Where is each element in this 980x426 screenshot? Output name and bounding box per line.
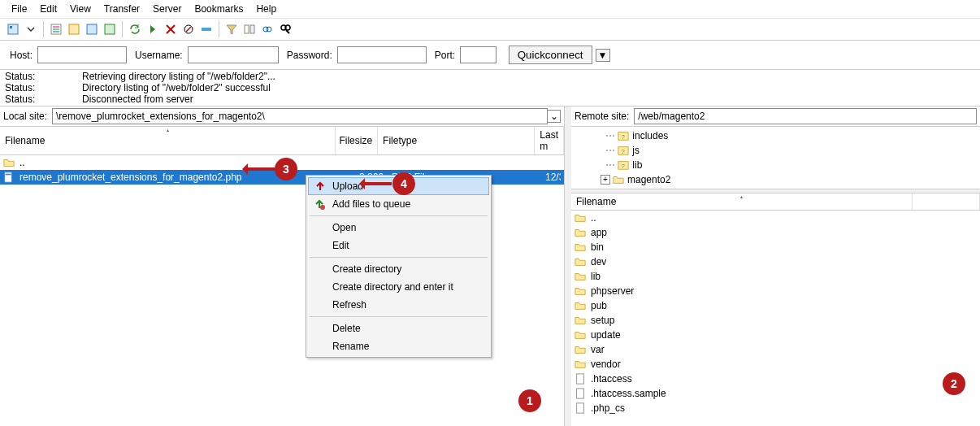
- menu-server[interactable]: Server: [146, 2, 188, 16]
- svg-rect-31: [577, 403, 584, 413]
- process-queue-icon[interactable]: [145, 21, 161, 37]
- username-input[interactable]: [188, 46, 279, 63]
- col-filesize[interactable]: Filesize: [336, 127, 378, 154]
- username-label: Username:: [135, 50, 183, 61]
- list-item[interactable]: phpserver: [571, 284, 980, 298]
- local-site-path[interactable]: \remove_plumrocket_extensions_for_magent…: [52, 108, 548, 124]
- status-text: Directory listing of "/web/folder2" succ…: [82, 82, 271, 93]
- remote-file-list[interactable]: ..appbindevlibphpserverpubsetupupdatevar…: [571, 211, 980, 415]
- tree-item[interactable]: +magento2: [576, 172, 975, 187]
- folder-icon: [575, 329, 586, 341]
- menu-transfer[interactable]: Transfer: [98, 2, 146, 16]
- svg-rect-14: [245, 25, 249, 33]
- tree-item[interactable]: ⋯ ?js: [576, 143, 975, 158]
- list-item[interactable]: setup: [571, 313, 980, 328]
- port-input[interactable]: [460, 46, 497, 63]
- vertical-splitter[interactable]: [565, 106, 571, 426]
- folder-icon: [575, 227, 586, 238]
- menu-bookmarks[interactable]: Bookmarks: [188, 2, 249, 16]
- compare-icon[interactable]: [241, 21, 258, 37]
- svg-rect-7: [87, 24, 97, 34]
- remote-site-label: Remote site:: [575, 111, 629, 122]
- folder-icon: [575, 300, 586, 311]
- ctx-refresh[interactable]: Refresh: [308, 296, 489, 314]
- svg-rect-6: [69, 24, 79, 34]
- quickconnect-history-dropdown[interactable]: ▼: [596, 49, 610, 62]
- reconnect-icon[interactable]: [198, 21, 215, 37]
- search-icon[interactable]: [277, 21, 293, 37]
- annotation-badge-3: 3: [275, 158, 297, 180]
- svg-text:?: ?: [622, 163, 626, 170]
- list-item[interactable]: .php_cs: [571, 401, 980, 415]
- tree-expander[interactable]: +: [601, 175, 610, 185]
- message-log[interactable]: Status:Retrieving directory listing of "…: [0, 70, 980, 106]
- refresh-icon[interactable]: [127, 21, 143, 37]
- col-lastmod[interactable]: Last m: [535, 127, 564, 154]
- status-label: Status:: [5, 71, 82, 82]
- sync-browse-icon[interactable]: [259, 21, 275, 37]
- upload-arrow-icon: [314, 180, 327, 193]
- sitemgr-icon[interactable]: [5, 21, 21, 37]
- host-label: Host:: [10, 50, 33, 61]
- ctx-edit[interactable]: Edit: [308, 237, 489, 254]
- svg-rect-15: [250, 25, 254, 33]
- ctx-add-to-queue[interactable]: Add files to queue: [308, 195, 489, 213]
- quickconnect-button[interactable]: Quickconnect: [509, 46, 592, 64]
- cancel-icon[interactable]: [163, 21, 179, 37]
- list-item[interactable]: bin: [571, 240, 980, 254]
- unknown-folder-icon: ?: [618, 159, 629, 171]
- list-item[interactable]: pub: [571, 298, 980, 313]
- host-input[interactable]: [37, 46, 127, 63]
- local-site-label: Local site:: [3, 111, 47, 122]
- list-item[interactable]: dev: [571, 254, 980, 269]
- password-label: Password:: [287, 50, 332, 61]
- toolbar: [0, 19, 980, 41]
- toggle-queue-icon[interactable]: [102, 21, 118, 37]
- status-label: Status:: [5, 93, 82, 105]
- svg-rect-1: [10, 26, 12, 28]
- dropdown-arrow-icon[interactable]: [23, 21, 39, 37]
- password-input[interactable]: [337, 46, 427, 63]
- menu-bar: File Edit View Transfer Server Bookmarks…: [0, 0, 980, 19]
- filter-icon[interactable]: [223, 21, 240, 37]
- list-item[interactable]: var: [571, 342, 980, 357]
- svg-text:?: ?: [622, 133, 626, 141]
- list-item[interactable]: update: [571, 328, 980, 342]
- ctx-create-directory[interactable]: Create directory: [308, 260, 489, 278]
- list-item[interactable]: app: [571, 225, 980, 240]
- ctx-create-directory-enter[interactable]: Create directory and enter it: [308, 278, 489, 296]
- toggle-remotetree-icon[interactable]: [84, 21, 100, 37]
- disconnect-icon[interactable]: [180, 21, 197, 37]
- remote-site-path[interactable]: /web/magento2: [634, 108, 977, 124]
- menu-edit[interactable]: Edit: [33, 2, 63, 16]
- folder-icon: [575, 212, 586, 224]
- list-item[interactable]: .htaccess.sample: [571, 386, 980, 401]
- tree-item[interactable]: ⋯ ?includes: [576, 128, 975, 143]
- col-filetype[interactable]: Filetype: [378, 127, 535, 154]
- list-item[interactable]: .htaccess: [571, 372, 980, 386]
- list-item[interactable]: lib: [571, 269, 980, 284]
- file-icon: [575, 373, 586, 385]
- toggle-localtree-icon[interactable]: [66, 21, 82, 37]
- menu-help[interactable]: Help: [249, 2, 283, 16]
- file-icon: [575, 388, 586, 399]
- folder-icon: [575, 241, 586, 253]
- local-list-header: Filename▴ Filesize Filetype Last m: [0, 127, 564, 155]
- remote-dir-tree[interactable]: ⋯ ?includes ⋯ ?js ⋯ ?lib +magento2: [571, 127, 980, 189]
- svg-point-17: [267, 27, 271, 32]
- annotation-badge-2: 2: [943, 372, 965, 395]
- list-item-updir[interactable]: ..: [571, 211, 980, 225]
- ctx-open[interactable]: Open: [308, 219, 489, 237]
- list-item[interactable]: vendor: [571, 357, 980, 372]
- folder-icon: [3, 157, 15, 168]
- folder-icon: [575, 359, 586, 370]
- ctx-delete[interactable]: Delete: [308, 320, 489, 337]
- menu-file[interactable]: File: [5, 2, 33, 16]
- ctx-rename[interactable]: Rename: [308, 337, 489, 355]
- tree-item[interactable]: ⋯ ?lib: [576, 158, 975, 172]
- col-filename[interactable]: Filename▴: [571, 193, 913, 210]
- toggle-log-icon[interactable]: [48, 21, 64, 37]
- col-filename[interactable]: Filename▴: [0, 127, 336, 154]
- menu-view[interactable]: View: [63, 2, 98, 16]
- local-site-dropdown[interactable]: ⌄: [548, 110, 561, 123]
